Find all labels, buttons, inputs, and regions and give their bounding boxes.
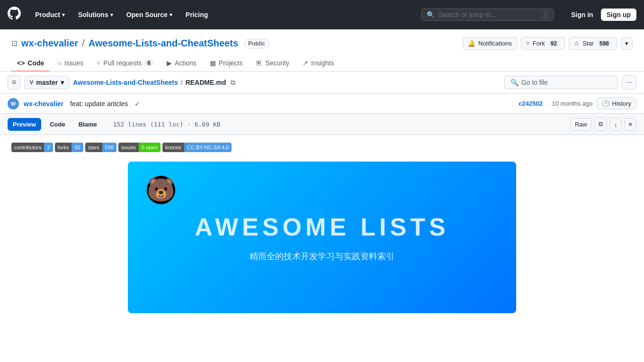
license-badge: license CC BY-NC-SA 4.0	[162, 143, 232, 152]
star-icon: ☆	[574, 40, 580, 47]
repo-name[interactable]: Awesome-Lists-and-CheatSheets	[89, 38, 238, 49]
projects-icon: ▦	[210, 59, 216, 67]
badges-row: contributors 2 forks 92 stars 598 issues…	[11, 143, 633, 152]
nav-actions: Sign in Sign up	[567, 9, 636, 21]
breadcrumb-separator: /	[181, 79, 183, 86]
issues-icon: ○	[57, 59, 61, 67]
repo-icon: ⊡	[11, 39, 18, 48]
commit-separator: ·	[546, 100, 548, 107]
raw-button[interactable]: Raw	[571, 118, 591, 131]
commit-time: 10 months ago	[552, 100, 593, 107]
tab-issues[interactable]: ○ Issues	[52, 55, 89, 72]
commit-message: feat: update articles	[70, 100, 128, 108]
tab-pull-requests[interactable]: ⑂ Pull requests 6	[91, 55, 159, 72]
hero-image: 🐻 AWESOME LISTS 精而全的技术开发学习与实践资料索引	[128, 162, 516, 313]
repo-title-row: ⊡ wx-chevalier / Awesome-Lists-and-Cheat…	[11, 37, 633, 50]
actions-icon: ▶	[167, 59, 172, 67]
hero-subtitle: 精而全的技术开发学习与实践资料索引	[250, 251, 394, 262]
hero-banner: 🐻 AWESOME LISTS 精而全的技术开发学习与实践资料索引	[128, 162, 516, 313]
search-icon: 🔍	[510, 79, 519, 86]
search-icon: 🔍	[427, 11, 435, 18]
visibility-badge: Public	[244, 39, 269, 48]
repo-tabs: <> Code ○ Issues ⑂ Pull requests 6 ▶ Act…	[11, 55, 633, 71]
star-button[interactable]: ☆ Star 598	[569, 37, 617, 50]
history-icon: 🕐	[602, 100, 609, 107]
commit-check-icon: ✓	[134, 100, 140, 108]
stars-badge: stars 598	[85, 143, 116, 152]
issues-badge: issues 0 open	[118, 143, 161, 152]
avatar: W	[8, 98, 19, 109]
file-actions: Raw ⧉ ↓ ≡	[571, 118, 636, 131]
bell-icon: 🔔	[468, 40, 475, 47]
sidebar-toggle-button[interactable]: ≡	[8, 75, 20, 90]
commit-hash-link[interactable]: c242502	[519, 100, 543, 107]
branch-icon: ⑂	[29, 79, 33, 86]
contributors-badge: contributors 2	[11, 143, 53, 152]
nav-solutions[interactable]: Solutions ▾	[75, 9, 116, 20]
fork-count: 92	[548, 40, 560, 47]
repo-owner[interactable]: wx-chevalier	[21, 38, 78, 49]
forks-badge: forks 92	[55, 143, 83, 152]
fork-button[interactable]: ⑂ Fork 92	[521, 37, 565, 50]
goto-file-button[interactable]: 🔍 Go to file	[504, 76, 618, 89]
fork-icon: ⑂	[526, 40, 530, 47]
tab-code[interactable]: <> Code	[11, 55, 50, 72]
outline-button[interactable]: ≡	[624, 118, 636, 131]
repo-header: ⊡ wx-chevalier / Awesome-Lists-and-Cheat…	[0, 29, 644, 72]
notifications-button[interactable]: 🔔 Notifications	[463, 37, 517, 50]
search-shortcut-badge: /	[542, 11, 549, 18]
hero-title: AWESOME LISTS	[195, 213, 449, 241]
commit-meta: c242502 · 10 months ago 🕐 History	[519, 98, 636, 109]
breadcrumb-current-file: README.md	[186, 79, 226, 86]
preview-button[interactable]: Preview	[8, 118, 41, 131]
pull-request-count-badge: 6	[144, 60, 153, 66]
branch-selector[interactable]: ⑂ master ▾	[24, 76, 69, 89]
blame-button[interactable]: Blame	[74, 118, 102, 130]
copy-raw-button[interactable]: ⧉	[594, 118, 607, 131]
search-input[interactable]	[438, 11, 538, 18]
copy-path-button[interactable]: ⧉	[229, 78, 237, 88]
content-area: contributors 2 forks 92 stars 598 issues…	[0, 135, 644, 321]
star-count: 598	[597, 40, 612, 47]
security-icon: ⛨	[256, 59, 262, 67]
breadcrumb-repo-link[interactable]: Awesome-Lists-and-CheatSheets	[73, 79, 178, 86]
nav-open-source[interactable]: Open Source ▾	[124, 9, 175, 20]
chevron-down-icon: ▾	[110, 12, 113, 18]
pull-request-icon: ⑂	[97, 59, 100, 67]
history-button[interactable]: 🕐 History	[597, 98, 636, 109]
chevron-down-icon: ▾	[170, 12, 172, 18]
bear-icon: 🐻	[147, 176, 175, 204]
chevron-down-icon: ▾	[62, 12, 65, 18]
file-info: 152 lines (111 loc) · 6.69 KB	[113, 121, 221, 128]
file-toolbar: Preview Code Blame 152 lines (111 loc) ·…	[0, 114, 644, 135]
code-view-button[interactable]: Code	[45, 118, 70, 130]
tab-actions[interactable]: ▶ Actions	[161, 55, 202, 72]
sign-up-button[interactable]: Sign up	[601, 9, 636, 21]
tab-projects[interactable]: ▦ Projects	[204, 55, 249, 72]
commit-info-bar: W wx-chevalier feat: update articles ✓ c…	[0, 94, 644, 114]
download-button[interactable]: ↓	[610, 118, 622, 131]
code-icon: <>	[17, 59, 25, 67]
repo-slash: /	[82, 38, 85, 49]
nav-pricing[interactable]: Pricing	[183, 9, 211, 20]
tab-insights[interactable]: ↗ Insights	[297, 55, 340, 72]
tab-security[interactable]: ⛨ Security	[250, 55, 295, 72]
nav-product[interactable]: Product ▾	[32, 9, 68, 20]
repo-action-add-button[interactable]: ▾	[621, 37, 633, 50]
repo-actions: 🔔 Notifications ⑂ Fork 92 ☆ Star 598 ▾	[463, 37, 633, 50]
insights-icon: ↗	[303, 59, 308, 67]
chevron-down-icon: ▾	[61, 79, 64, 86]
search-bar[interactable]: 🔍 /	[421, 9, 554, 21]
breadcrumb: Awesome-Lists-and-CheatSheets / README.m…	[73, 78, 237, 88]
file-navigation: ≡ ⑂ master ▾ Awesome-Lists-and-CheatShee…	[0, 72, 644, 94]
commit-author-link[interactable]: wx-chevalier	[24, 100, 63, 108]
more-options-button[interactable]: ···	[622, 75, 636, 90]
sign-in-button[interactable]: Sign in	[567, 9, 597, 20]
github-logo-icon[interactable]	[8, 7, 21, 23]
top-navigation: Product ▾ Solutions ▾ Open Source ▾ Pric…	[0, 0, 644, 29]
